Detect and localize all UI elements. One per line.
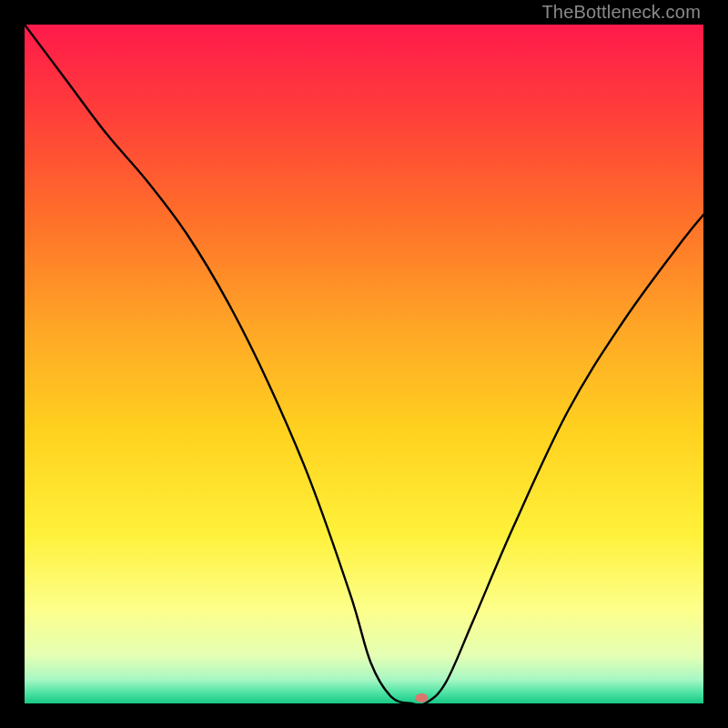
gradient-background (25, 25, 703, 703)
optimal-point-marker (415, 693, 428, 703)
watermark-text: TheBottleneck.com (541, 2, 701, 23)
plot-area (25, 25, 703, 703)
chart-frame: TheBottleneck.com (0, 0, 728, 728)
bottleneck-chart (25, 25, 703, 703)
